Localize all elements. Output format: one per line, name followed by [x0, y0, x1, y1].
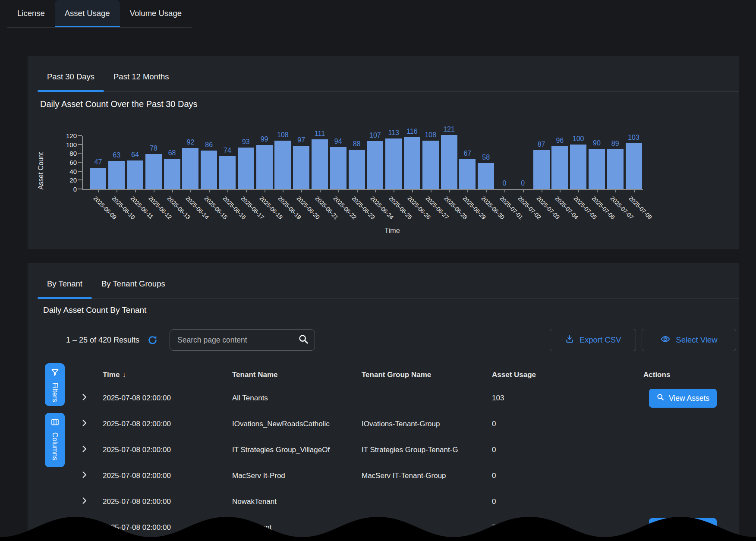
x-axis-ticks: 2025-06-092025-06-102025-06-112025-06-12… — [89, 189, 643, 230]
cell-time: 2025-07-08 02:00:00 — [97, 394, 227, 403]
y-tick-label: 60 — [69, 159, 77, 166]
bar — [367, 141, 383, 189]
cell-asset-usage: 73 — [486, 523, 638, 532]
cell-tenant-name: NowakTenant — [227, 497, 356, 506]
search-input[interactable] — [170, 330, 315, 350]
bar — [607, 149, 624, 189]
bar — [182, 148, 198, 189]
bar-value-label: 78 — [150, 145, 158, 152]
bar-group: 108 — [421, 131, 440, 189]
search-box — [170, 329, 315, 351]
chart-tab-past-30-days[interactable]: Past 30 Days — [38, 56, 104, 91]
x-tick-mark — [301, 189, 302, 192]
bar-group: 116 — [403, 128, 422, 189]
y-tick-label: 20 — [69, 176, 77, 184]
top-tab-asset-usage[interactable]: Asset Usage — [55, 0, 120, 27]
tenant-table: Time↓Tenant NameTenant Group NameAsset U… — [66, 365, 739, 541]
bar-group: 0 — [495, 179, 514, 189]
chevron-right-icon — [79, 418, 89, 430]
x-axis-slot: 2025-07-07 — [606, 189, 624, 230]
refresh-icon[interactable] — [147, 334, 158, 346]
table-row: 2025-07-08 02:00:00NowakTenant0 — [66, 489, 739, 515]
y-tick-mark — [78, 144, 82, 145]
bar — [478, 163, 494, 189]
column-header-tenant-name[interactable]: Tenant Name — [227, 371, 356, 379]
bar — [570, 145, 586, 189]
bar-value-label: 100 — [573, 135, 584, 143]
select-view-button[interactable]: Select View — [642, 329, 736, 351]
bar-value-label: 108 — [425, 131, 436, 139]
search-icon — [656, 393, 665, 403]
cell-actions: View Assets — [638, 389, 739, 408]
x-tick-mark — [486, 189, 487, 192]
bar-value-label: 0 — [502, 179, 506, 187]
bar-group: 107 — [366, 132, 384, 189]
asset-usage-page: LicenseAsset UsageVolume Usage Past 30 D… — [0, 0, 756, 541]
chevron-right-icon — [79, 444, 89, 456]
row-expander[interactable] — [66, 392, 97, 404]
table-tab-by-tenant-groups[interactable]: By Tenant Groups — [92, 263, 175, 299]
bar-group: 99 — [255, 135, 274, 189]
bar — [238, 148, 254, 189]
columns-button[interactable]: Columns — [45, 413, 65, 467]
x-axis-slot: 2025-06-30 — [477, 189, 495, 230]
bar — [219, 156, 236, 189]
x-axis-slot: 2025-06-10 — [107, 189, 126, 230]
columns-table-icon — [50, 418, 60, 428]
row-expander[interactable] — [66, 470, 97, 482]
top-tab-license[interactable]: License — [7, 0, 55, 27]
table-row: 2025-07-08 02:00:00All Tenants103View As… — [66, 385, 739, 411]
view-assets-button[interactable]: View Assets — [649, 518, 717, 537]
bar — [533, 150, 550, 189]
filters-button[interactable]: Filters — [45, 363, 65, 406]
view-assets-button[interactable]: View Assets — [649, 389, 717, 408]
export-csv-button[interactable]: Export CSV — [550, 329, 636, 351]
x-tick-mark — [154, 189, 154, 192]
bar-group: 97 — [292, 136, 311, 189]
cell-tenant-group-name: IOvations-Tenant-Group — [356, 420, 486, 428]
bar-group: 63 — [107, 151, 126, 189]
column-header-time[interactable]: Time↓ — [97, 371, 227, 379]
row-expander[interactable] — [66, 444, 97, 456]
table-tab-by-tenant[interactable]: By Tenant — [38, 263, 92, 299]
row-expander[interactable] — [66, 496, 97, 508]
bar — [127, 160, 143, 189]
row-expander[interactable] — [66, 522, 97, 534]
x-axis-slot: 2025-06-28 — [440, 189, 458, 230]
x-tick-mark — [338, 189, 339, 192]
x-axis-slot: 2025-07-06 — [588, 189, 606, 230]
cell-tenant-name: MacServ It-Prod — [227, 472, 356, 480]
bar — [459, 159, 476, 189]
row-expander[interactable] — [66, 418, 97, 430]
top-tab-bar: LicenseAsset UsageVolume Usage — [7, 0, 192, 28]
x-tick-mark — [375, 189, 376, 192]
eye-icon — [660, 334, 671, 346]
x-tick-mark — [227, 189, 228, 192]
bar-value-label: 96 — [556, 137, 564, 145]
bar-group: 78 — [144, 145, 163, 189]
bar-value-label: 74 — [224, 147, 231, 154]
column-header-actions[interactable]: Actions — [638, 371, 739, 379]
column-header-asset-usage[interactable]: Asset Usage — [486, 371, 638, 379]
bar-value-label: 47 — [94, 158, 102, 166]
y-tick-label: 100 — [66, 141, 77, 148]
search-icon[interactable] — [298, 333, 309, 346]
table-row: 2025-07-08 02:00:00MacServ It-ProdMacSer… — [66, 463, 739, 489]
x-tick-label: 2025-07-08 — [627, 195, 653, 220]
table-body: 2025-07-08 02:00:00All Tenants103View As… — [66, 385, 739, 541]
cell-time: 2025-07-08 02:00:00 — [97, 420, 227, 428]
column-header-tenant-group-name[interactable]: Tenant Group Name — [356, 371, 486, 379]
bar-value-label: 86 — [205, 141, 213, 149]
bar-value-label: 92 — [186, 138, 194, 146]
top-tab-volume-usage[interactable]: Volume Usage — [120, 0, 192, 27]
bar-group: 67 — [458, 150, 477, 189]
chart-range-tabs: Past 30 DaysPast 12 Months — [38, 56, 739, 92]
bar — [404, 137, 420, 189]
bar-group: 89 — [606, 140, 624, 189]
x-axis-slot: 2025-06-18 — [255, 189, 274, 230]
chart-tab-past-12-months[interactable]: Past 12 Months — [104, 56, 179, 91]
chevron-right-icon — [79, 470, 89, 482]
bar-group: 100 — [569, 135, 588, 189]
bar-group: 93 — [236, 138, 255, 189]
cell-tenant-group-name: MacServ IT-Tenant-Group — [356, 472, 486, 480]
